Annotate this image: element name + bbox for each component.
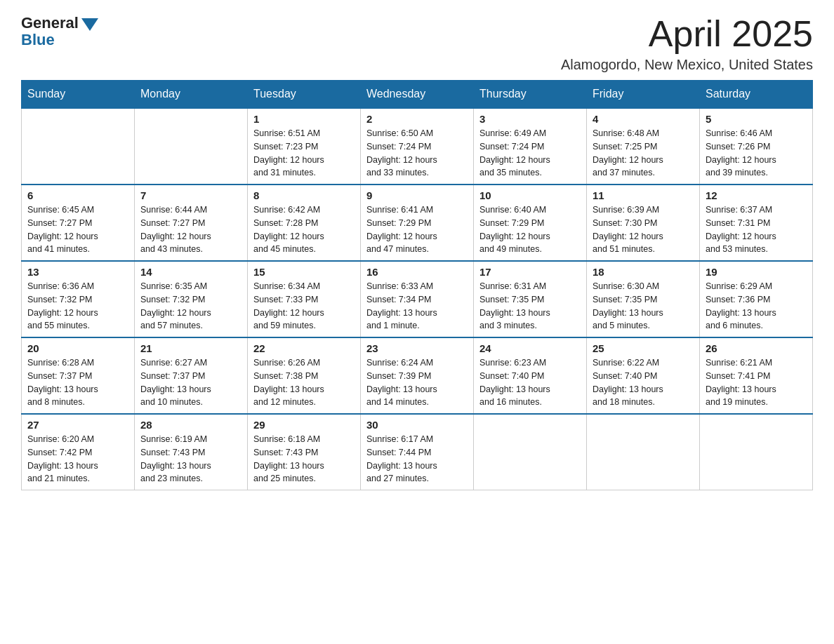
day-number: 29 <box>253 419 355 431</box>
day-number: 26 <box>706 342 807 354</box>
day-info: Sunrise: 6:24 AM Sunset: 7:39 PM Dayligh… <box>366 356 468 409</box>
day-number: 4 <box>593 113 694 125</box>
day-number: 3 <box>479 113 581 125</box>
day-number: 30 <box>366 419 468 431</box>
day-number: 23 <box>366 342 468 354</box>
day-number: 8 <box>253 189 355 201</box>
calendar-cell: 11Sunrise: 6:39 AM Sunset: 7:30 PM Dayli… <box>587 185 700 261</box>
logo-top: General <box>21 14 98 32</box>
day-info: Sunrise: 6:49 AM Sunset: 7:24 PM Dayligh… <box>479 127 581 180</box>
calendar-cell: 28Sunrise: 6:19 AM Sunset: 7:43 PM Dayli… <box>135 414 248 490</box>
day-info: Sunrise: 6:51 AM Sunset: 7:23 PM Dayligh… <box>253 127 355 180</box>
calendar-body: 1Sunrise: 6:51 AM Sunset: 7:23 PM Daylig… <box>22 108 813 490</box>
calendar-cell: 9Sunrise: 6:41 AM Sunset: 7:29 PM Daylig… <box>361 185 474 261</box>
title-block: April 2025 Alamogordo, New Mexico, Unite… <box>561 14 813 73</box>
day-info: Sunrise: 6:42 AM Sunset: 7:28 PM Dayligh… <box>253 203 355 256</box>
day-info: Sunrise: 6:19 AM Sunset: 7:43 PM Dayligh… <box>140 433 241 485</box>
calendar-cell: 19Sunrise: 6:29 AM Sunset: 7:36 PM Dayli… <box>700 261 813 337</box>
calendar-cell: 3Sunrise: 6:49 AM Sunset: 7:24 PM Daylig… <box>474 108 587 185</box>
day-info: Sunrise: 6:18 AM Sunset: 7:43 PM Dayligh… <box>253 433 355 485</box>
calendar-cell <box>700 414 813 490</box>
day-number: 5 <box>706 113 807 125</box>
calendar-cell: 27Sunrise: 6:20 AM Sunset: 7:42 PM Dayli… <box>22 414 135 490</box>
week-row-3: 20Sunrise: 6:28 AM Sunset: 7:37 PM Dayli… <box>22 337 813 414</box>
day-info: Sunrise: 6:20 AM Sunset: 7:42 PM Dayligh… <box>27 433 128 485</box>
day-number: 28 <box>140 419 241 431</box>
day-info: Sunrise: 6:33 AM Sunset: 7:34 PM Dayligh… <box>366 280 468 333</box>
day-info: Sunrise: 6:21 AM Sunset: 7:41 PM Dayligh… <box>706 356 807 409</box>
header-row: SundayMondayTuesdayWednesdayThursdayFrid… <box>22 81 813 109</box>
calendar-cell: 12Sunrise: 6:37 AM Sunset: 7:31 PM Dayli… <box>700 185 813 261</box>
calendar-header: SundayMondayTuesdayWednesdayThursdayFrid… <box>22 81 813 109</box>
logo-blue-text: Blue <box>21 31 55 49</box>
day-info: Sunrise: 6:40 AM Sunset: 7:29 PM Dayligh… <box>479 203 581 256</box>
calendar-cell <box>587 414 700 490</box>
logo-arrow-icon <box>81 18 98 31</box>
day-number: 24 <box>479 342 581 354</box>
calendar-cell: 2Sunrise: 6:50 AM Sunset: 7:24 PM Daylig… <box>361 108 474 185</box>
calendar-cell: 1Sunrise: 6:51 AM Sunset: 7:23 PM Daylig… <box>248 108 361 185</box>
calendar-cell: 6Sunrise: 6:45 AM Sunset: 7:27 PM Daylig… <box>22 185 135 261</box>
day-info: Sunrise: 6:48 AM Sunset: 7:25 PM Dayligh… <box>593 127 694 180</box>
day-info: Sunrise: 6:34 AM Sunset: 7:33 PM Dayligh… <box>253 280 355 333</box>
day-number: 2 <box>366 113 468 125</box>
day-info: Sunrise: 6:29 AM Sunset: 7:36 PM Dayligh… <box>706 280 807 333</box>
day-number: 9 <box>366 189 468 201</box>
day-number: 1 <box>253 113 355 125</box>
day-info: Sunrise: 6:44 AM Sunset: 7:27 PM Dayligh… <box>140 203 241 256</box>
day-info: Sunrise: 6:36 AM Sunset: 7:32 PM Dayligh… <box>27 280 128 333</box>
week-row-0: 1Sunrise: 6:51 AM Sunset: 7:23 PM Daylig… <box>22 108 813 185</box>
calendar-cell <box>22 108 135 185</box>
calendar-cell <box>474 414 587 490</box>
day-info: Sunrise: 6:37 AM Sunset: 7:31 PM Dayligh… <box>706 203 807 256</box>
month-year-title: April 2025 <box>561 14 813 54</box>
day-number: 11 <box>593 189 694 201</box>
day-number: 25 <box>593 342 694 354</box>
day-number: 17 <box>479 266 581 278</box>
header-friday: Friday <box>587 81 700 109</box>
day-number: 18 <box>593 266 694 278</box>
calendar-cell: 8Sunrise: 6:42 AM Sunset: 7:28 PM Daylig… <box>248 185 361 261</box>
day-info: Sunrise: 6:35 AM Sunset: 7:32 PM Dayligh… <box>140 280 241 333</box>
day-info: Sunrise: 6:22 AM Sunset: 7:40 PM Dayligh… <box>593 356 694 409</box>
header-saturday: Saturday <box>700 81 813 109</box>
day-number: 7 <box>140 189 241 201</box>
day-info: Sunrise: 6:39 AM Sunset: 7:30 PM Dayligh… <box>593 203 694 256</box>
calendar-cell: 20Sunrise: 6:28 AM Sunset: 7:37 PM Dayli… <box>22 337 135 414</box>
day-number: 13 <box>27 266 128 278</box>
day-info: Sunrise: 6:27 AM Sunset: 7:37 PM Dayligh… <box>140 356 241 409</box>
calendar-cell: 26Sunrise: 6:21 AM Sunset: 7:41 PM Dayli… <box>700 337 813 414</box>
day-info: Sunrise: 6:46 AM Sunset: 7:26 PM Dayligh… <box>706 127 807 180</box>
calendar-cell: 24Sunrise: 6:23 AM Sunset: 7:40 PM Dayli… <box>474 337 587 414</box>
header-tuesday: Tuesday <box>248 81 361 109</box>
day-number: 16 <box>366 266 468 278</box>
header-wednesday: Wednesday <box>361 81 474 109</box>
week-row-4: 27Sunrise: 6:20 AM Sunset: 7:42 PM Dayli… <box>22 414 813 490</box>
calendar-cell: 16Sunrise: 6:33 AM Sunset: 7:34 PM Dayli… <box>361 261 474 337</box>
day-info: Sunrise: 6:45 AM Sunset: 7:27 PM Dayligh… <box>27 203 128 256</box>
calendar-cell: 21Sunrise: 6:27 AM Sunset: 7:37 PM Dayli… <box>135 337 248 414</box>
location-subtitle: Alamogordo, New Mexico, United States <box>561 57 813 73</box>
week-row-1: 6Sunrise: 6:45 AM Sunset: 7:27 PM Daylig… <box>22 185 813 261</box>
week-row-2: 13Sunrise: 6:36 AM Sunset: 7:32 PM Dayli… <box>22 261 813 337</box>
day-number: 20 <box>27 342 128 354</box>
day-info: Sunrise: 6:23 AM Sunset: 7:40 PM Dayligh… <box>479 356 581 409</box>
calendar-cell: 29Sunrise: 6:18 AM Sunset: 7:43 PM Dayli… <box>248 414 361 490</box>
header-thursday: Thursday <box>474 81 587 109</box>
calendar-cell: 5Sunrise: 6:46 AM Sunset: 7:26 PM Daylig… <box>700 108 813 185</box>
page-header: General Blue April 2025 Alamogordo, New … <box>21 14 813 73</box>
header-monday: Monday <box>135 81 248 109</box>
calendar-cell: 25Sunrise: 6:22 AM Sunset: 7:40 PM Dayli… <box>587 337 700 414</box>
day-number: 22 <box>253 342 355 354</box>
day-number: 19 <box>706 266 807 278</box>
calendar-cell: 13Sunrise: 6:36 AM Sunset: 7:32 PM Dayli… <box>22 261 135 337</box>
day-number: 15 <box>253 266 355 278</box>
day-info: Sunrise: 6:30 AM Sunset: 7:35 PM Dayligh… <box>593 280 694 333</box>
calendar-cell: 15Sunrise: 6:34 AM Sunset: 7:33 PM Dayli… <box>248 261 361 337</box>
calendar-cell: 4Sunrise: 6:48 AM Sunset: 7:25 PM Daylig… <box>587 108 700 185</box>
day-number: 10 <box>479 189 581 201</box>
calendar-table: SundayMondayTuesdayWednesdayThursdayFrid… <box>21 80 813 490</box>
calendar-cell: 7Sunrise: 6:44 AM Sunset: 7:27 PM Daylig… <box>135 185 248 261</box>
logo: General Blue <box>21 14 98 49</box>
day-number: 21 <box>140 342 241 354</box>
